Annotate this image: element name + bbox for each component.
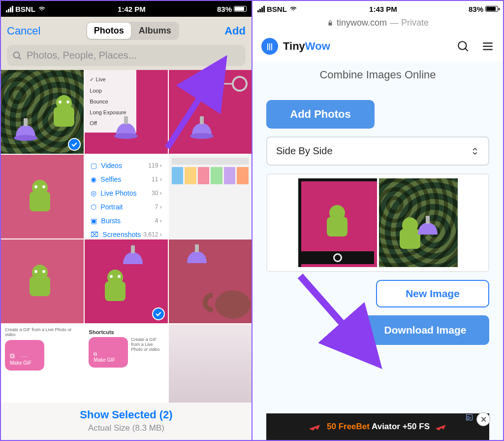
svg-point-7 bbox=[66, 101, 69, 103]
svg-line-1 bbox=[19, 57, 21, 59]
menu-item[interactable]: Bounce bbox=[90, 96, 131, 107]
logo-icon: ||| bbox=[261, 38, 278, 55]
ad-banner[interactable]: 50 FreeBet Aviator +50 FS ▷ ✕ bbox=[266, 413, 489, 440]
svg-point-0 bbox=[14, 52, 20, 58]
menu-item[interactable]: Live bbox=[90, 74, 131, 85]
svg-point-3 bbox=[14, 135, 37, 141]
svg-rect-26 bbox=[195, 244, 199, 252]
search-icon[interactable] bbox=[457, 40, 470, 53]
preview-image bbox=[298, 178, 377, 267]
shortcut-card[interactable]: ⧉Make GIF bbox=[89, 337, 128, 368]
clock: 1:43 PM bbox=[369, 5, 397, 13]
menu-icon[interactable] bbox=[481, 40, 494, 53]
photo-grid[interactable]: Live Loop Bounce Long Exposure Off bbox=[1, 70, 252, 403]
search-icon bbox=[12, 50, 23, 61]
photo-thumb[interactable] bbox=[85, 239, 167, 323]
photo-thumb[interactable]: ▢ Videos119 › ◉ Selfies11 › ◎ Live Photo… bbox=[85, 155, 167, 238]
android-icon bbox=[23, 180, 57, 222]
svg-point-11 bbox=[190, 133, 214, 139]
shortcut-card[interactable]: ⧉ ⋯ Make GIF bbox=[5, 340, 44, 371]
android-icon bbox=[320, 205, 354, 247]
battery-icon bbox=[234, 6, 247, 12]
segmented-control[interactable]: Photos Albums bbox=[86, 22, 179, 40]
photo-thumb[interactable] bbox=[1, 239, 84, 323]
bell-icon bbox=[10, 116, 41, 153]
svg-point-33 bbox=[329, 205, 345, 221]
svg-point-24 bbox=[110, 275, 113, 278]
status-bar: BSNL 1:42 PM 83% bbox=[1, 1, 252, 17]
picker-header: Cancel Photos Albums Add Photos, People,… bbox=[1, 17, 252, 70]
shortcut-note: Create a GIF from a Live Photo or video bbox=[5, 327, 80, 337]
photo-thumb[interactable]: Create a GIF from a Live Photo or video … bbox=[1, 324, 84, 403]
url-suffix: — Private bbox=[390, 18, 429, 28]
svg-rect-2 bbox=[24, 118, 28, 126]
search-placeholder: Photos, People, Places... bbox=[27, 50, 136, 61]
status-bar: BSNL 1:43 PM 83% bbox=[252, 1, 503, 17]
plane-icon bbox=[308, 422, 322, 432]
svg-point-18 bbox=[32, 265, 48, 280]
screenshot-safari-tinywow: BSNL 1:43 PM 83% tinywow.com — Private |… bbox=[252, 0, 504, 441]
download-image-button[interactable]: Download Image bbox=[361, 315, 489, 345]
svg-point-20 bbox=[42, 270, 45, 273]
preview-panel bbox=[266, 173, 489, 272]
svg-rect-36 bbox=[426, 216, 430, 224]
picker-footer: Show Selected (2) Actual Size (8.3 MB) bbox=[1, 403, 252, 440]
menu-item[interactable]: Loop bbox=[90, 85, 131, 96]
svg-point-23 bbox=[107, 270, 123, 285]
brand-logo[interactable]: ||| TinyWow bbox=[261, 38, 330, 55]
search-input[interactable]: Photos, People, Places... bbox=[7, 45, 246, 66]
photo-thumb[interactable]: Shortcuts ⧉Make GIF Create a GIF from a … bbox=[85, 324, 167, 403]
shortcut-description: Create a GIF from a Live Photo or video bbox=[131, 337, 163, 352]
photo-thumb[interactable] bbox=[169, 70, 252, 154]
svg-point-12 bbox=[233, 77, 247, 91]
android-icon bbox=[47, 95, 81, 137]
shortcuts-heading: Shortcuts bbox=[89, 329, 163, 335]
add-photos-button[interactable]: Add Photos bbox=[266, 100, 375, 129]
photo-thumb[interactable] bbox=[169, 324, 252, 403]
photo-thumb[interactable] bbox=[1, 70, 84, 154]
add-button[interactable]: Add bbox=[224, 25, 246, 37]
svg-point-5 bbox=[56, 95, 72, 111]
svg-point-27 bbox=[458, 41, 466, 49]
select-value: Side By Side bbox=[276, 145, 333, 157]
actual-size-label: Actual Size (8.3 MB) bbox=[5, 423, 248, 433]
svg-point-15 bbox=[34, 185, 37, 188]
screenshot-ios-photo-picker: BSNL 1:42 PM 83% Cancel Photos Albums Ad… bbox=[0, 0, 252, 441]
page-title: Combine Images Online bbox=[252, 62, 503, 93]
keyring-icon bbox=[210, 74, 250, 94]
carrier-label: BSNL bbox=[267, 5, 287, 13]
photo-thumb[interactable] bbox=[169, 155, 252, 238]
selected-checkmark-icon bbox=[152, 307, 165, 320]
photo-thumb[interactable]: Live Loop Bounce Long Exposure Off bbox=[85, 70, 167, 154]
photo-thumb[interactable] bbox=[169, 239, 252, 323]
tab-photos[interactable]: Photos bbox=[87, 23, 131, 39]
close-ad-button[interactable]: ✕ bbox=[476, 412, 490, 426]
layout-select[interactable]: Side By Side bbox=[266, 136, 489, 166]
android-icon bbox=[98, 270, 132, 312]
svg-point-16 bbox=[42, 185, 45, 188]
svg-line-28 bbox=[465, 48, 468, 51]
battery-percent: 83% bbox=[217, 5, 232, 13]
show-selected-button[interactable]: Show Selected (2) bbox=[5, 408, 248, 421]
svg-point-9 bbox=[114, 133, 138, 139]
new-image-button[interactable]: New Image bbox=[376, 280, 489, 307]
bell-icon bbox=[412, 214, 443, 250]
plane-icon bbox=[435, 422, 447, 432]
lock-icon bbox=[327, 20, 334, 27]
bell-icon bbox=[110, 114, 142, 151]
adchoices-icon[interactable]: ▷ bbox=[466, 414, 472, 420]
preview-image bbox=[379, 178, 458, 267]
signal-icon bbox=[257, 6, 265, 12]
clock: 1:42 PM bbox=[118, 5, 146, 13]
address-bar[interactable]: tinywow.com — Private bbox=[252, 17, 503, 31]
svg-point-6 bbox=[59, 101, 62, 103]
cancel-button[interactable]: Cancel bbox=[7, 25, 40, 37]
site-header: ||| TinyWow bbox=[252, 31, 503, 62]
android-icon bbox=[23, 265, 57, 307]
tab-albums[interactable]: Albums bbox=[132, 23, 178, 39]
photo-thumb[interactable] bbox=[1, 155, 84, 238]
bell-icon bbox=[186, 114, 218, 151]
svg-rect-8 bbox=[124, 116, 128, 124]
url-host: tinywow.com bbox=[337, 18, 387, 28]
svg-rect-10 bbox=[200, 116, 204, 124]
